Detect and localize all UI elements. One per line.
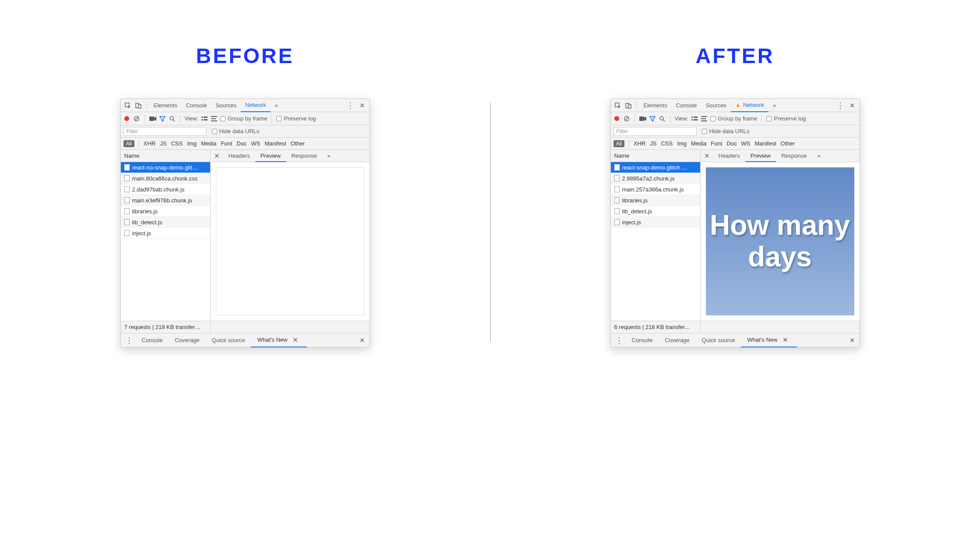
close-tab-icon[interactable]: ✕	[290, 333, 301, 347]
view-small-icon[interactable]	[701, 115, 708, 122]
request-row[interactable]: lib_detect.js	[121, 217, 210, 228]
filter-input[interactable]: Filter	[123, 127, 207, 136]
drawer-tab-whats-new[interactable]: What's New✕	[741, 333, 797, 347]
view-small-icon[interactable]	[211, 115, 218, 122]
group-by-frame-checkbox[interactable]: Group by frame	[710, 115, 757, 122]
detail-tabs-overflow-icon[interactable]: »	[812, 150, 825, 162]
detail-tab-preview[interactable]: Preview	[745, 150, 776, 162]
close-devtools-icon[interactable]: ✕	[847, 102, 858, 110]
device-toggle-icon[interactable]	[133, 100, 144, 111]
type-xhr[interactable]: XHR	[144, 140, 155, 147]
request-row[interactable]: libraries.js	[611, 195, 700, 206]
type-all[interactable]: All	[613, 140, 624, 147]
search-icon[interactable]	[659, 115, 666, 122]
request-row[interactable]: react-no-snap-demo.glit…	[121, 162, 210, 173]
camera-icon[interactable]	[149, 115, 156, 122]
camera-icon[interactable]	[639, 115, 646, 122]
hide-data-urls-checkbox[interactable]: Hide data URLs	[702, 128, 750, 134]
view-large-icon[interactable]	[691, 115, 698, 122]
close-detail-icon[interactable]: ✕	[213, 152, 223, 160]
record-icon[interactable]	[613, 115, 620, 122]
search-icon[interactable]	[169, 115, 176, 122]
tab-network[interactable]: Network	[241, 99, 271, 112]
drawer-tab-coverage[interactable]: Coverage	[659, 333, 695, 347]
tabs-overflow-icon[interactable]: »	[271, 99, 282, 112]
request-row[interactable]: 2.9895a7a2.chunk.js	[611, 173, 700, 184]
tabs-overflow-icon[interactable]: »	[768, 99, 780, 112]
request-row[interactable]: main.257a366a.chunk.js	[611, 184, 700, 195]
drawer-tab-console[interactable]: Console	[136, 333, 169, 347]
close-drawer-icon[interactable]: ✕	[847, 336, 858, 344]
request-row[interactable]: inject.js	[121, 228, 210, 239]
type-img[interactable]: Img	[187, 140, 197, 147]
type-font[interactable]: Font	[221, 140, 232, 147]
tab-sources[interactable]: Sources	[701, 99, 731, 112]
tab-elements[interactable]: Elements	[149, 99, 182, 112]
close-tab-icon[interactable]: ✕	[780, 333, 791, 347]
request-row[interactable]: main.e3ef976b.chunk.js	[121, 195, 210, 206]
menu-dots-icon[interactable]: ⋮	[344, 101, 357, 110]
type-media[interactable]: Media	[201, 140, 216, 147]
drawer-tab-coverage[interactable]: Coverage	[169, 333, 205, 347]
drawer-menu-icon[interactable]: ⋮	[613, 336, 626, 345]
type-other[interactable]: Other	[291, 140, 305, 147]
type-xhr[interactable]: XHR	[634, 140, 645, 147]
filter-icon[interactable]	[159, 115, 166, 122]
type-media[interactable]: Media	[691, 140, 706, 147]
type-doc[interactable]: Doc	[726, 140, 737, 147]
detail-tab-preview[interactable]: Preview	[255, 150, 286, 162]
record-icon[interactable]	[123, 115, 130, 122]
drawer-tab-quick-source[interactable]: Quick source	[206, 333, 251, 347]
detail-tabs-overflow-icon[interactable]: »	[322, 150, 335, 162]
drawer-tab-whats-new[interactable]: What's New✕	[251, 333, 307, 347]
close-devtools-icon[interactable]: ✕	[357, 102, 368, 110]
tab-elements[interactable]: Elements	[639, 99, 672, 112]
type-js[interactable]: JS	[160, 140, 166, 147]
type-other[interactable]: Other	[781, 140, 795, 147]
inspect-icon[interactable]	[123, 100, 133, 111]
type-css[interactable]: CSS	[661, 140, 673, 147]
request-row[interactable]: 2.dad97bab.chunk.js	[121, 184, 210, 195]
tab-sources[interactable]: Sources	[211, 99, 241, 112]
preserve-log-checkbox[interactable]: Preserve log	[766, 115, 806, 122]
type-ws[interactable]: WS	[741, 140, 750, 147]
view-large-icon[interactable]	[201, 115, 208, 122]
type-manifest[interactable]: Manifest	[754, 140, 776, 147]
detail-tab-headers[interactable]: Headers	[223, 150, 255, 162]
drawer-tab-quick-source[interactable]: Quick source	[696, 333, 741, 347]
detail-tab-headers[interactable]: Headers	[713, 150, 745, 162]
close-detail-icon[interactable]: ✕	[703, 152, 713, 160]
column-name[interactable]: Name	[121, 150, 210, 162]
column-name[interactable]: Name	[611, 150, 700, 162]
type-ws[interactable]: WS	[251, 140, 260, 147]
type-all[interactable]: All	[123, 140, 134, 147]
tab-console[interactable]: Console	[672, 99, 702, 112]
type-manifest[interactable]: Manifest	[264, 140, 286, 147]
request-row[interactable]: lib_detect.js	[611, 206, 700, 217]
filter-icon[interactable]	[649, 115, 656, 122]
request-row[interactable]: main.80ca66ca.chunk.css	[121, 173, 210, 184]
tab-console[interactable]: Console	[182, 99, 212, 112]
close-drawer-icon[interactable]: ✕	[357, 336, 368, 344]
type-css[interactable]: CSS	[171, 140, 183, 147]
hide-data-urls-checkbox[interactable]: Hide data URLs	[212, 128, 260, 134]
filter-input[interactable]: Filter	[613, 127, 697, 136]
drawer-menu-icon[interactable]: ⋮	[123, 336, 136, 345]
request-row[interactable]: libraries.js	[121, 206, 210, 217]
group-by-frame-checkbox[interactable]: Group by frame	[220, 115, 267, 122]
detail-tab-response[interactable]: Response	[286, 150, 322, 162]
detail-tab-response[interactable]: Response	[776, 150, 812, 162]
request-row[interactable]: inject.js	[611, 217, 700, 228]
device-toggle-icon[interactable]	[623, 100, 634, 111]
type-font[interactable]: Font	[711, 140, 722, 147]
type-doc[interactable]: Doc	[236, 140, 247, 147]
tab-network[interactable]: ▲ Network	[731, 99, 768, 112]
clear-icon[interactable]	[133, 115, 140, 122]
preserve-log-checkbox[interactable]: Preserve log	[276, 115, 316, 122]
type-js[interactable]: JS	[650, 140, 656, 147]
type-img[interactable]: Img	[677, 140, 687, 147]
clear-icon[interactable]	[623, 115, 630, 122]
request-row[interactable]: react-snap-demo.glitch.…	[611, 162, 700, 173]
menu-dots-icon[interactable]: ⋮	[834, 101, 847, 110]
drawer-tab-console[interactable]: Console	[626, 333, 659, 347]
